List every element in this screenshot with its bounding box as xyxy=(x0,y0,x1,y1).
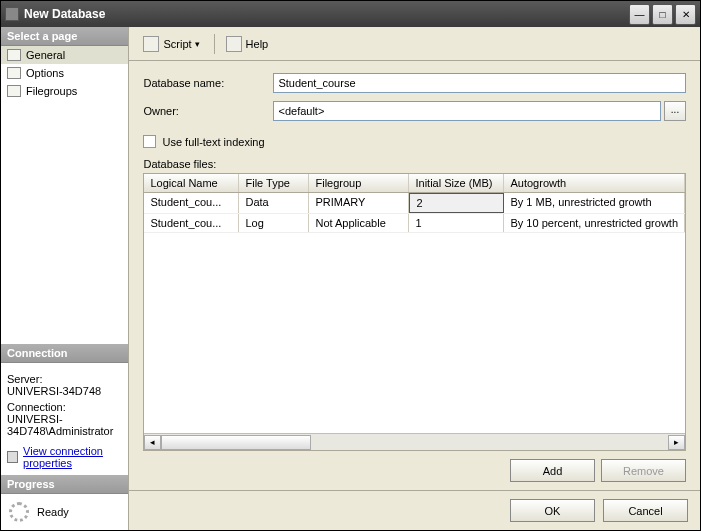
database-files-grid[interactable]: Logical Name File Type Filegroup Initial… xyxy=(143,173,686,451)
connection-label: Connection: xyxy=(7,401,122,413)
page-label: Filegroups xyxy=(26,85,77,97)
grid-header: Logical Name File Type Filegroup Initial… xyxy=(144,174,685,193)
grid-buttons: Add Remove xyxy=(143,451,686,482)
toolbar-separator xyxy=(214,34,215,54)
files-label: Database files: xyxy=(143,158,686,170)
page-options[interactable]: Options xyxy=(1,64,128,82)
progress-panel: Ready xyxy=(1,494,128,530)
view-connection-link[interactable]: View connection properties xyxy=(23,445,122,469)
col-initial-size[interactable]: Initial Size (MB) xyxy=(409,174,504,192)
maximize-button[interactable]: □ xyxy=(652,4,673,25)
col-logical-name[interactable]: Logical Name xyxy=(144,174,239,192)
database-icon xyxy=(5,7,19,21)
page-general[interactable]: General xyxy=(1,46,128,64)
close-button[interactable]: ✕ xyxy=(675,4,696,25)
server-value: UNIVERSI-34D748 xyxy=(7,385,122,397)
fulltext-label: Use full-text indexing xyxy=(162,136,264,148)
content-area: Database name: Owner: ... Use full-text … xyxy=(129,61,700,490)
properties-icon xyxy=(7,451,18,463)
chevron-down-icon[interactable]: ▾ xyxy=(192,39,203,49)
grid-body: Student_cou... Data PRIMARY 2 By 1 MB, u… xyxy=(144,193,685,433)
dbname-label: Database name: xyxy=(143,77,273,89)
new-database-window: New Database — □ ✕ Select a page General… xyxy=(0,0,701,531)
scroll-thumb[interactable] xyxy=(161,435,311,450)
help-button[interactable]: Help xyxy=(222,34,273,54)
sidebar-spacer xyxy=(1,100,128,344)
page-icon xyxy=(7,67,21,79)
ok-button[interactable]: OK xyxy=(510,499,595,522)
script-button[interactable]: Script▾ xyxy=(139,34,206,54)
scroll-left-button[interactable]: ◂ xyxy=(144,435,161,450)
col-autogrowth[interactable]: Autogrowth xyxy=(504,174,685,192)
owner-label: Owner: xyxy=(143,105,273,117)
select-page-header: Select a page xyxy=(1,27,128,46)
cell-logical-name[interactable]: Student_cou... xyxy=(144,193,239,213)
cancel-button[interactable]: Cancel xyxy=(603,499,688,522)
minimize-button[interactable]: — xyxy=(629,4,650,25)
toolbar: Script▾ Help xyxy=(129,27,700,61)
cell-autogrowth[interactable]: By 10 percent, unrestricted growth xyxy=(504,214,685,232)
add-button[interactable]: Add xyxy=(510,459,595,482)
cell-file-type[interactable]: Data xyxy=(239,193,309,213)
server-label: Server: xyxy=(7,373,122,385)
grid-row[interactable]: Student_cou... Log Not Applicable 1 By 1… xyxy=(144,214,685,233)
col-filegroup[interactable]: Filegroup xyxy=(309,174,409,192)
page-label: Options xyxy=(26,67,64,79)
cell-initial-size[interactable]: 1 xyxy=(409,214,504,232)
main-panel: Script▾ Help Database name: Owner: ... U… xyxy=(129,27,700,530)
owner-browse-button[interactable]: ... xyxy=(664,101,686,121)
connection-panel: Server: UNIVERSI-34D748 Connection: UNIV… xyxy=(1,363,128,475)
progress-header: Progress xyxy=(1,475,128,494)
cell-filegroup[interactable]: Not Applicable xyxy=(309,214,409,232)
cell-file-type[interactable]: Log xyxy=(239,214,309,232)
script-label: Script xyxy=(163,38,191,50)
cell-autogrowth[interactable]: By 1 MB, unrestricted growth xyxy=(504,193,685,213)
page-icon xyxy=(7,49,21,61)
progress-spinner-icon xyxy=(9,502,29,522)
page-list: General Options Filegroups xyxy=(1,46,128,100)
script-icon xyxy=(143,36,159,52)
owner-row: Owner: ... xyxy=(143,101,686,121)
horizontal-scrollbar[interactable]: ◂ ▸ xyxy=(144,433,685,450)
progress-status: Ready xyxy=(37,506,69,518)
window-body: Select a page General Options Filegroups… xyxy=(1,27,700,530)
page-filegroups[interactable]: Filegroups xyxy=(1,82,128,100)
titlebar[interactable]: New Database — □ ✕ xyxy=(1,1,700,27)
view-connection-row[interactable]: View connection properties xyxy=(7,445,122,469)
dialog-footer: OK Cancel xyxy=(129,490,700,530)
scroll-right-button[interactable]: ▸ xyxy=(668,435,685,450)
help-label: Help xyxy=(246,38,269,50)
cell-initial-size[interactable]: 2 xyxy=(409,193,504,213)
cell-filegroup[interactable]: PRIMARY xyxy=(309,193,409,213)
dbname-input[interactable] xyxy=(273,73,686,93)
connection-header: Connection xyxy=(1,344,128,363)
fulltext-checkbox[interactable] xyxy=(143,135,156,148)
connection-value: UNIVERSI-34D748\Administrator xyxy=(7,413,122,437)
grid-row[interactable]: Student_cou... Data PRIMARY 2 By 1 MB, u… xyxy=(144,193,685,214)
fulltext-row[interactable]: Use full-text indexing xyxy=(143,135,686,148)
sidebar: Select a page General Options Filegroups… xyxy=(1,27,129,530)
dbname-row: Database name: xyxy=(143,73,686,93)
owner-input[interactable] xyxy=(273,101,661,121)
help-icon xyxy=(226,36,242,52)
window-title: New Database xyxy=(24,7,627,21)
remove-button: Remove xyxy=(601,459,686,482)
cell-logical-name[interactable]: Student_cou... xyxy=(144,214,239,232)
page-label: General xyxy=(26,49,65,61)
page-icon xyxy=(7,85,21,97)
col-file-type[interactable]: File Type xyxy=(239,174,309,192)
